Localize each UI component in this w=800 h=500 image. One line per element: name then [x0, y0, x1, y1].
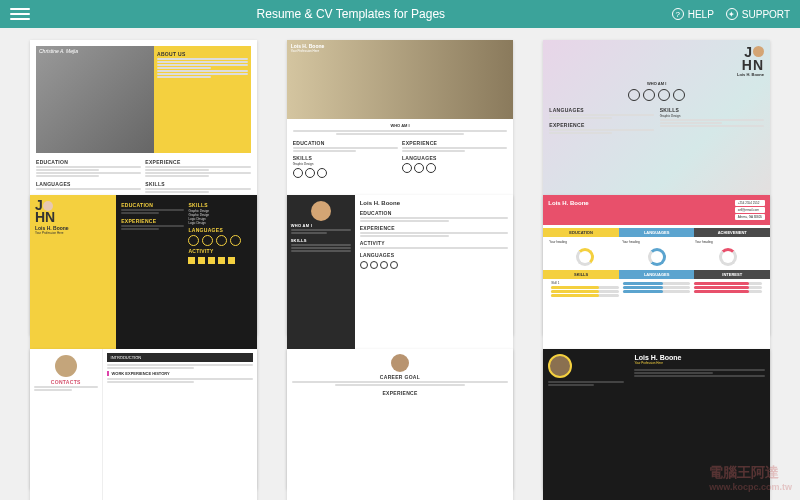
- help-button[interactable]: ?HELP: [672, 8, 714, 20]
- app-header: Resume & CV Templates for Pages ?HELP ✦S…: [0, 0, 800, 28]
- template-card[interactable]: CAREER GOALEXPERIENCE: [287, 349, 514, 500]
- support-icon: ✦: [726, 8, 738, 20]
- hero-image: Lois H. BooneYour Profession Here: [287, 40, 514, 119]
- template-grid: Christine A. Mejia ABOUT US EDUCATIONLAN…: [0, 28, 800, 500]
- avatar: [55, 355, 77, 377]
- menu-button[interactable]: [10, 6, 30, 22]
- template-card[interactable]: CONTACTS INTRODUCTIONWORK EXPERIENCE HIS…: [30, 349, 257, 500]
- app-title: Resume & CV Templates for Pages: [30, 7, 672, 21]
- avatar: [391, 354, 409, 372]
- support-button[interactable]: ✦SUPPORT: [726, 8, 790, 20]
- avatar: [548, 354, 572, 378]
- help-icon: ?: [672, 8, 684, 20]
- photo-placeholder: Christine A. Mejia: [36, 46, 154, 153]
- avatar: [311, 201, 331, 221]
- template-card[interactable]: Lois H. BooneYour Profession Here: [543, 349, 770, 500]
